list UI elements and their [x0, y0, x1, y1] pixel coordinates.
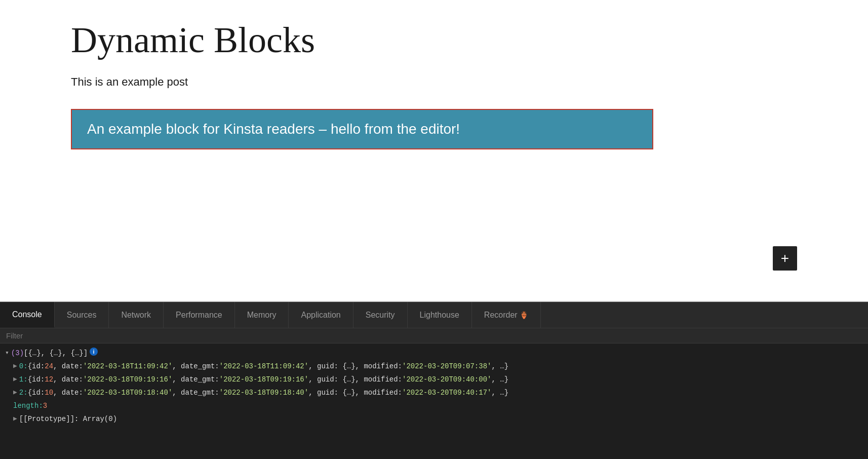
- console-array-root[interactable]: ▾ (3) [{…}, {…}, {…}] i: [0, 347, 868, 360]
- tab-application[interactable]: Application: [289, 302, 353, 328]
- recorder-icon: 🏺: [520, 311, 528, 319]
- console-item-1[interactable]: ▶ 1: {id: 12 , date: '2022-03-18T09:19:1…: [0, 373, 868, 386]
- expand-arrow-icon: ▶: [13, 387, 17, 398]
- console-item-2[interactable]: ▶ 2: {id: 10 , date: '2022-03-18T09:18:4…: [0, 386, 868, 399]
- expand-arrow-icon: ▶: [13, 361, 17, 372]
- console-output: ▾ (3) [{…}, {…}, {…}] i ▶ 0: {id: 24 , d…: [0, 343, 868, 459]
- add-block-button[interactable]: +: [773, 246, 797, 271]
- devtools-tabs-bar: Console Sources Network Performance Memo…: [0, 302, 868, 328]
- tab-recorder[interactable]: Recorder 🏺: [472, 302, 541, 328]
- expand-arrow-icon: ▶: [13, 374, 17, 385]
- console-item-0[interactable]: ▶ 0: {id: 24 , date: '2022-03-18T11:09:4…: [0, 360, 868, 373]
- array-count: (3): [11, 348, 24, 359]
- collapse-arrow-icon: ▾: [5, 348, 9, 359]
- console-prototype[interactable]: ▶ [[Prototype]]: Array(0): [0, 412, 868, 426]
- tab-memory[interactable]: Memory: [235, 302, 289, 328]
- expand-arrow-icon: ▶: [13, 413, 17, 425]
- main-content: Dynamic Blocks This is an example post A…: [0, 0, 868, 301]
- console-length-property: length: 3: [0, 399, 868, 412]
- tab-console[interactable]: Console: [0, 302, 55, 328]
- tab-sources[interactable]: Sources: [55, 302, 109, 328]
- info-icon: i: [90, 348, 98, 356]
- tab-performance[interactable]: Performance: [164, 302, 235, 328]
- highlight-block: An example block for Kinsta readers – he…: [71, 109, 653, 149]
- tab-network[interactable]: Network: [109, 302, 164, 328]
- tab-lighthouse[interactable]: Lighthouse: [408, 302, 472, 328]
- devtools-panel: Console Sources Network Performance Memo…: [0, 302, 868, 459]
- filter-input[interactable]: [6, 331, 107, 340]
- page-title: Dynamic Blocks: [71, 20, 797, 60]
- tab-security[interactable]: Security: [353, 302, 408, 328]
- page-subtitle: This is an example post: [71, 75, 797, 89]
- filter-bar: [0, 328, 868, 343]
